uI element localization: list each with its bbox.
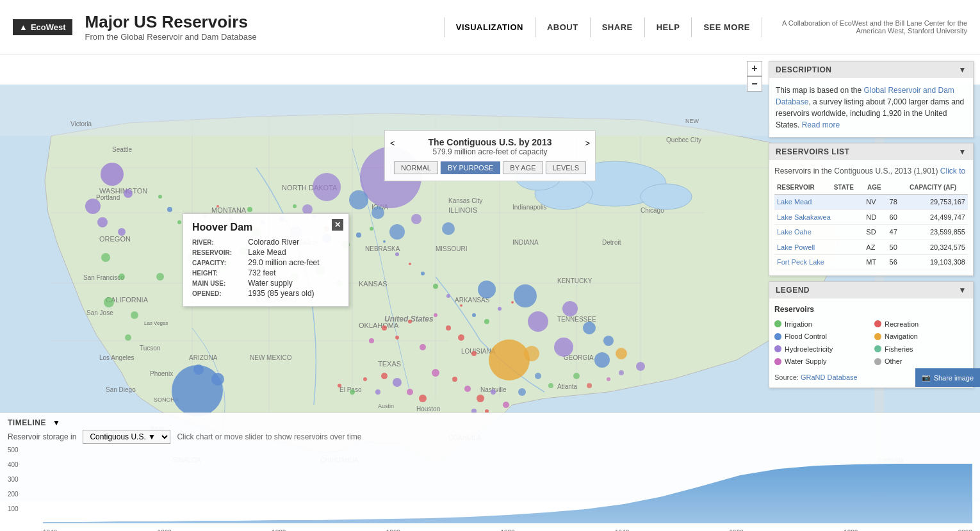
resv-name[interactable]: Lake Mead — [774, 195, 863, 209]
logo-triangle: ▲ — [19, 22, 28, 32]
svg-point-175 — [511, 301, 514, 304]
tab-normal[interactable]: NORMAL — [394, 161, 438, 174]
reservoirs-list-header-label: RESERVOIRS LIST — [776, 147, 849, 156]
timeline-storage-label: Reservoir storage in — [8, 432, 76, 441]
svg-text:Detroit: Detroit — [602, 239, 621, 246]
resv-state: NV — [863, 195, 886, 209]
chart-area[interactable]: 500 400 300 200 100 — [43, 446, 972, 531]
svg-point-135 — [562, 301, 578, 316]
read-more-link[interactable]: Read more — [802, 120, 840, 129]
nav-item-share[interactable]: SHARE — [591, 17, 645, 37]
resv-name[interactable]: Lake Sakakawea — [774, 209, 863, 225]
svg-point-75 — [97, 217, 108, 227]
svg-text:San Jose: San Jose — [86, 309, 113, 316]
camera-icon: 📷 — [922, 373, 931, 382]
share-image-button[interactable]: 📷 Share image — [915, 368, 980, 387]
caption-box: < The Contiguous U.S. by 2013 579.9 mill… — [384, 130, 596, 181]
svg-point-147 — [363, 377, 367, 381]
timeline-collapse-icon: ▼ — [53, 418, 60, 427]
resv-capacity: 29,753,167 — [906, 195, 968, 209]
resv-name[interactable]: Lake Oahe — [774, 225, 863, 240]
svg-point-109 — [395, 336, 399, 339]
svg-point-154 — [216, 205, 219, 208]
svg-text:MISSOURI: MISSOURI — [436, 245, 467, 252]
table-row[interactable]: Lake Mead NV 78 29,753,167 — [774, 195, 968, 209]
timeline-collapse-button[interactable]: TIMELINE — [8, 418, 46, 427]
svg-text:Tucson: Tucson — [140, 345, 160, 352]
description-panel-header[interactable]: DESCRIPTION ▼ — [769, 61, 973, 78]
caption-subtitle: 579.9 million acre-feet of capacity — [394, 147, 586, 156]
reservoirs-list-header[interactable]: RESERVOIRS LIST ▼ — [769, 143, 973, 160]
reservoirs-list-body: Reservoirs in the Contiguous U.S., 2013 … — [769, 160, 973, 275]
svg-point-77 — [124, 189, 133, 198]
resv-state: ND — [863, 209, 886, 225]
svg-text:Los Angeles: Los Angeles — [99, 354, 135, 361]
popup-close-button[interactable]: ✕ — [332, 219, 343, 231]
svg-point-143 — [393, 378, 402, 387]
svg-point-139 — [594, 352, 610, 368]
svg-text:Victoria: Victoria — [70, 120, 92, 127]
y-tick-400: 400 — [8, 461, 19, 468]
table-row[interactable]: Fort Peck Lake MT 56 19,103,308 — [774, 255, 968, 270]
svg-text:KENTUCKY: KENTUCKY — [557, 277, 592, 284]
y-tick-200: 200 — [8, 491, 19, 498]
popup-hoover: ✕ Hoover Dam River: Colorado River Reser… — [183, 213, 349, 307]
legend-panel-header[interactable]: LEGEND ▼ — [769, 282, 973, 298]
svg-point-113 — [446, 325, 451, 331]
svg-point-150 — [158, 195, 162, 199]
chart-bars[interactable] — [43, 459, 972, 523]
svg-point-91 — [442, 222, 455, 235]
resv-capacity: 24,499,747 — [906, 209, 968, 225]
reservoirs-scroll-area[interactable]: Lake Mead NV 78 29,753,167 Lake Sakakawe… — [774, 195, 968, 270]
svg-point-74 — [85, 199, 101, 214]
zoom-out-button[interactable]: − — [747, 76, 762, 92]
table-row[interactable]: Lake Powell AZ 50 20,324,575 — [774, 240, 968, 255]
svg-point-111 — [408, 320, 412, 323]
svg-point-156 — [247, 207, 252, 212]
legend-item-label: Irrigation — [785, 319, 812, 330]
chart-svg — [43, 459, 972, 523]
zoom-in-button[interactable]: + — [747, 61, 762, 76]
legend-item-label: Water Supply — [785, 356, 827, 367]
popup-capacity-label: Capacity: — [192, 257, 248, 268]
svg-point-166 — [395, 252, 399, 256]
timeline-dropdown[interactable]: Contiguous U.S. ▼ — [83, 430, 170, 444]
resv-name[interactable]: Fort Peck Lake — [774, 255, 863, 270]
caption-prev-button[interactable]: < — [390, 138, 395, 148]
right-panels: DESCRIPTION ▼ This map is based on the G… — [769, 61, 974, 388]
legend-dot — [774, 320, 781, 327]
svg-point-138 — [554, 338, 573, 357]
nav-item-visualization[interactable]: VISUALIZATION — [445, 17, 535, 37]
description-text-before: This map is based on the — [776, 86, 863, 95]
table-row[interactable]: Lake Sakakawea ND 60 24,499,747 — [774, 209, 968, 225]
svg-point-140 — [616, 348, 627, 359]
legend-item-label: Fisheries — [885, 344, 913, 355]
table-row[interactable]: Lake Oahe SD 47 23,599,855 — [774, 225, 968, 240]
resv-capacity: 20,324,575 — [906, 240, 968, 255]
map-area[interactable]: WASHINGTON OREGON CALIFORNIA MONTANA NEV… — [0, 54, 980, 531]
svg-point-128 — [573, 373, 580, 379]
svg-point-127 — [548, 383, 553, 388]
nav-item-about[interactable]: ABOUT — [535, 17, 591, 37]
y-tick-500: 500 — [8, 446, 19, 453]
legend-dot — [874, 320, 881, 327]
svg-point-136 — [583, 322, 596, 334]
resv-capacity: 19,103,308 — [906, 255, 968, 270]
tab-by-purpose[interactable]: BY PURPOSE — [441, 161, 500, 174]
nav-item-help[interactable]: HELP — [645, 17, 692, 37]
reservoirs-click-hint[interactable]: Click to — [940, 167, 965, 176]
svg-text:Portland: Portland — [96, 194, 120, 201]
legend-source-link[interactable]: GRaND Database — [801, 373, 858, 381]
nav: VISUALIZATION ABOUT SHARE HELP SEE MORE … — [444, 17, 967, 37]
tab-levels[interactable]: LEVELS — [545, 161, 586, 174]
popup-capacity-value: 29.0 million acre-feet — [248, 257, 339, 268]
tab-by-age[interactable]: BY AGE — [503, 161, 543, 174]
svg-point-159 — [293, 204, 297, 208]
resv-name[interactable]: Lake Powell — [774, 240, 863, 255]
nav-item-see-more[interactable]: SEE MORE — [692, 17, 762, 37]
svg-point-125 — [518, 388, 526, 396]
svg-point-141 — [636, 362, 645, 371]
resv-state: SD — [863, 225, 886, 240]
reservoirs-data-table: Lake Mead NV 78 29,753,167 Lake Sakakawe… — [774, 195, 968, 270]
caption-next-button[interactable]: > — [585, 138, 590, 148]
